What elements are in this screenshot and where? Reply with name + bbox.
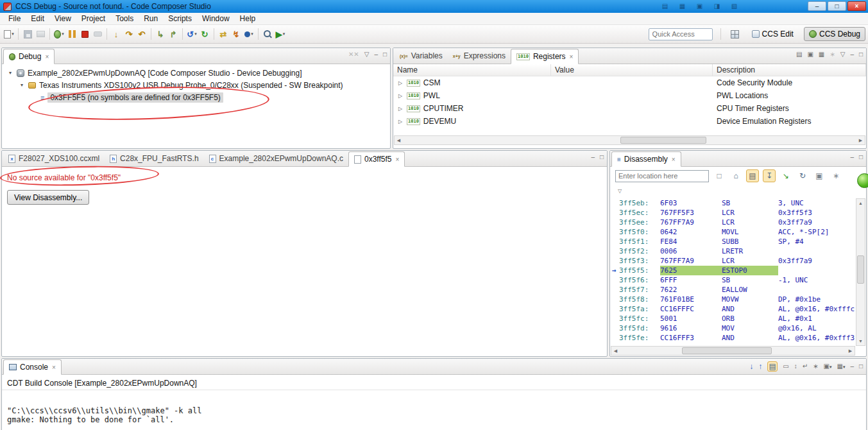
save-icon[interactable] — [21, 27, 34, 41]
disassembly-line[interactable]: 3ff5ee:767FF7A9LCR0x3ff7a9 — [611, 218, 855, 227]
disconnect-icon[interactable] — [91, 27, 104, 41]
expander-icon[interactable]: ▾ — [19, 82, 25, 88]
scroll-left-icon[interactable]: ◀ — [395, 136, 403, 144]
refresh-view-icon[interactable]: ↻ — [796, 169, 809, 182]
scroll-right-icon[interactable]: ▶ — [846, 347, 855, 355]
view-pulldown-icon[interactable]: ▽ — [618, 188, 622, 194]
view-menu-icon[interactable]: ▽ — [364, 51, 370, 58]
editor-tab-4[interactable]: 0x3ff5f5× — [348, 151, 405, 167]
step-return-icon[interactable]: ↶ — [135, 27, 148, 41]
search-icon[interactable] — [261, 27, 274, 41]
disassembly-tab[interactable]: ≡ Disassembly × — [611, 151, 681, 167]
column-description[interactable]: Description — [713, 64, 866, 76]
breakpoint-icon[interactable]: ▾ — [243, 27, 255, 41]
probe-node[interactable]: ▾ Texas Instruments XDS100v2 USB Debug P… — [2, 79, 390, 91]
disassembly-line[interactable]: 3ff5f6:6FFFSB-1, UNC — [611, 275, 855, 285]
clear-console-icon[interactable]: ▭ — [783, 363, 788, 370]
menu-view[interactable]: View — [49, 13, 76, 24]
minimize-view-icon[interactable]: – — [850, 51, 854, 58]
location-input[interactable] — [615, 170, 709, 182]
maximize-view-icon[interactable]: □ — [859, 51, 863, 58]
disassembly-line[interactable]: 3ff5f1:FE84SUBBSP, #4 — [611, 237, 855, 246]
register-row[interactable]: ▷1010DEVEMUDevice Emulation Registers — [393, 115, 866, 128]
pin-icon[interactable]: ∗ — [830, 51, 835, 58]
menu-run[interactable]: Run — [139, 13, 163, 24]
maximize-button[interactable]: □ — [828, 1, 846, 11]
scroll-thumb[interactable] — [620, 137, 706, 144]
disassembly-vscrollbar[interactable]: ▲ ▼ — [856, 198, 865, 346]
menu-scripts[interactable]: Scripts — [163, 13, 197, 24]
disassembly-line[interactable]: 3ff5fa:CC16FFFCANDAL, @0x16, #0xfffc — [611, 304, 855, 314]
menu-help[interactable]: Help — [235, 13, 261, 24]
ccs-edit-perspective-button[interactable]: CCS Edit — [747, 27, 799, 41]
registers-tab[interactable]: 1010 Registers × — [511, 49, 579, 64]
pin-console-icon[interactable]: ∗ — [813, 363, 818, 370]
menu-edit[interactable]: Edit — [26, 13, 49, 24]
close-icon[interactable]: × — [45, 53, 49, 60]
quick-access-input[interactable] — [649, 28, 713, 40]
scroll-left-icon[interactable]: ◀ — [611, 347, 620, 355]
menu-tools[interactable]: Tools — [110, 13, 139, 24]
disassembly-line[interactable]: 3ff5ec:767FF5F3LCR0x3ff5f3 — [611, 208, 855, 218]
scroll-thumb[interactable] — [682, 347, 772, 354]
menu-project[interactable]: Project — [76, 13, 110, 24]
home-icon[interactable]: ⌂ — [729, 169, 742, 182]
menu-window[interactable]: Window — [197, 13, 235, 24]
refresh-icon[interactable]: ⇄ — [217, 27, 230, 41]
open-perspective-icon[interactable] — [729, 27, 742, 41]
new-wizard-icon[interactable]: ▾ — [3, 27, 15, 41]
maximize-view-icon[interactable]: □ — [859, 363, 863, 370]
word-wrap-icon[interactable]: ↵ — [803, 363, 808, 370]
debug-tab[interactable]: Debug × — [3, 49, 55, 64]
editor-tab-1[interactable]: xF28027_XDS100.ccxml — [3, 151, 105, 166]
new-view-icon[interactable]: ▣ — [813, 169, 826, 182]
disassembly-line[interactable]: 3ff5f3:767FF7A9LCR0x3ff7a9 — [611, 256, 855, 266]
expander-icon[interactable]: ▾ — [7, 70, 13, 76]
disassembly-line[interactable]: 3ff5eb:6F03SB3, UNC — [611, 198, 855, 208]
register-row[interactable]: ▷1010PWLPWL Locations — [393, 89, 866, 102]
view-menu-icon[interactable]: ▽ — [840, 51, 846, 58]
close-icon[interactable]: × — [52, 364, 56, 371]
ccs-debug-perspective-button[interactable]: CCS Debug — [804, 27, 865, 41]
step-into-asm-icon[interactable]: ↘ — [779, 169, 792, 182]
close-tab-icon[interactable]: × — [395, 156, 399, 163]
disassembly-line[interactable]: 3ff5f0:0642MOVLACC, *-SP[2] — [611, 227, 855, 237]
flash-icon[interactable]: ↯ — [230, 27, 243, 41]
browse-icon[interactable]: □ — [713, 169, 726, 182]
view-disassembly-button[interactable]: View Disassembly... — [7, 190, 89, 205]
variables-tab[interactable]: (x)= Variables — [395, 48, 448, 64]
maximize-view-icon[interactable]: □ — [859, 153, 863, 161]
debug-launch-icon[interactable]: ▾ — [53, 27, 65, 41]
close-icon[interactable]: × — [672, 156, 676, 163]
register-row[interactable]: ▷1010CPUTIMERCPU Timer Registers — [393, 102, 866, 115]
scroll-thumb[interactable] — [857, 255, 864, 284]
minimize-button[interactable]: – — [808, 1, 826, 11]
scroll-down-icon[interactable]: ▼ — [856, 337, 865, 345]
scroll-lock-icon[interactable]: ↕ — [794, 363, 797, 370]
expressions-tab[interactable]: x+y Expressions — [448, 48, 511, 64]
disassembly-line[interactable]: 3ff5f2:0006LRETR — [611, 246, 855, 256]
disassembly-line[interactable]: 3ff5f7:7622EALLOW — [611, 285, 855, 295]
minimize-view-icon[interactable]: – — [591, 153, 595, 161]
menu-file[interactable]: File — [3, 13, 26, 24]
remove-all-icon[interactable]: ✕✕ — [348, 51, 359, 58]
close-icon[interactable]: × — [570, 53, 574, 60]
expander-icon[interactable]: ▷ — [397, 119, 404, 125]
disassembly-line[interactable]: 3ff5fe:CC16FFF3ANDAL, @0x16, #0xfff3 — [611, 333, 855, 343]
watch-icon[interactable]: ▤ — [796, 51, 802, 58]
print-icon[interactable] — [34, 27, 47, 41]
collapse-all-icon[interactable]: ▣ — [807, 51, 813, 58]
minimize-view-icon[interactable]: – — [850, 153, 854, 161]
pin-view-icon[interactable]: ∗ — [830, 169, 842, 182]
registers-hscrollbar[interactable]: ◀ ▶ — [394, 135, 865, 145]
register-row[interactable]: ▷1010CSMCode Security Module — [393, 76, 866, 89]
close-button[interactable]: × — [847, 1, 866, 11]
editor-tab-2[interactable]: hC28x_FPU_FastRTS.h — [105, 151, 204, 166]
disassembly-line[interactable]: 3ff5fc:5001ORBAL, #0x1 — [611, 314, 855, 323]
scroll-right-icon[interactable]: ▶ — [856, 136, 865, 144]
disassembly-line[interactable]: 3ff5fd:9616MOV@0x16, AL — [611, 323, 855, 333]
expander-icon[interactable]: ▷ — [397, 80, 404, 86]
column-name[interactable]: Name — [393, 64, 551, 76]
next-error-icon[interactable]: ↓ — [749, 363, 753, 370]
tree-mode-icon[interactable]: ▦ — [819, 51, 824, 58]
